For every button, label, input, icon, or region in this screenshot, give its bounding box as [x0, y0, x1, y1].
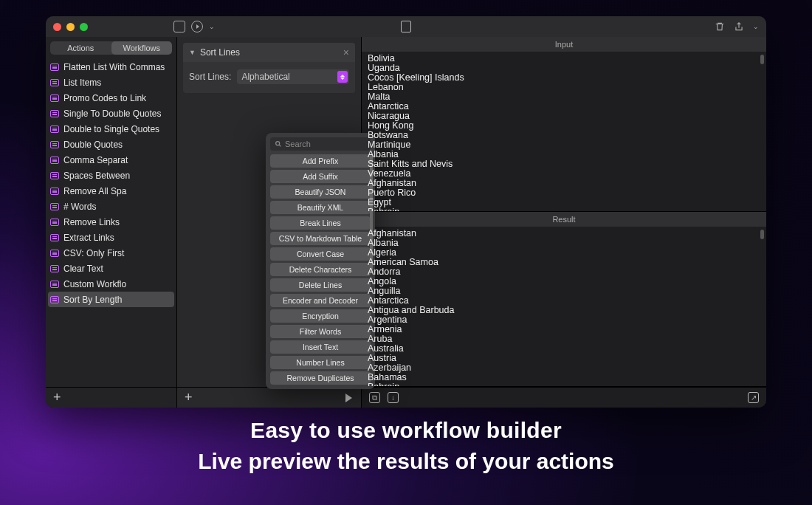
text-line: Antigua and Barbuda [368, 306, 760, 315]
sidebar-item-workflow[interactable]: Double to Single Quotes [46, 121, 176, 137]
workflow-icon [50, 250, 59, 257]
input-text[interactable]: BoliviaUgandaCocos [Keeling] IslandsLeba… [362, 52, 766, 211]
text-line: Saint Kitts and Nevis [368, 159, 760, 169]
action-picker-item[interactable]: Break Lines [270, 216, 371, 230]
disclosure-triangle-icon[interactable]: ▼ [189, 49, 196, 56]
sidebar-item-workflow[interactable]: Remove Links [46, 214, 176, 230]
workflow-icon [50, 281, 59, 288]
chevron-down-icon[interactable]: ⌄ [209, 23, 215, 30]
text-line: American Samoa [368, 258, 760, 267]
workflow-list: Flatten List With CommasList ItemsPromo … [46, 58, 176, 387]
scrollbar[interactable] [760, 230, 764, 239]
sidebar-item-label: Comma Separat [63, 155, 128, 165]
text-line: Bahrain [368, 207, 760, 211]
workflow-icon [50, 79, 59, 86]
sidebar-item-workflow[interactable]: Extract Links [46, 230, 176, 245]
workflow-icon [50, 203, 59, 210]
text-line: Afghanistan [368, 179, 760, 188]
caption-line-2: Live preview the results of your actions [0, 449, 812, 474]
sidebar-item-label: Remove Links [63, 217, 120, 227]
param-label: Sort Lines: [189, 72, 231, 82]
zoom-window-button[interactable] [80, 23, 88, 31]
workflow-editor: ▼ Sort Lines × Sort Lines: Alphabetical … [177, 37, 362, 408]
copy-button[interactable]: ⧉ [369, 392, 380, 403]
text-line: Martinique [368, 140, 760, 150]
sidebar-item-label: List Items [63, 78, 101, 88]
action-picker-item[interactable]: Delete Lines [270, 278, 371, 292]
sidebar-tabs: Actions Workflows [50, 41, 172, 55]
sidebar: Actions Workflows Flatten List With Comm… [46, 37, 177, 408]
workflow-icon [50, 265, 59, 272]
remove-action-button[interactable]: × [343, 47, 349, 58]
action-picker-item[interactable]: Encryption [270, 309, 371, 323]
app-window: ⌄ ⌄ Actions Workflows Flatten List With … [46, 16, 766, 408]
workflow-icon [50, 157, 59, 164]
run-icon[interactable] [191, 21, 203, 32]
scrollbar[interactable] [760, 55, 764, 64]
search-input[interactable]: Search [270, 137, 371, 151]
workflow-icon [50, 110, 59, 117]
search-icon [275, 140, 282, 148]
sidebar-item-label: Double Quotes [63, 140, 123, 150]
action-picker-item[interactable]: Beautify XML [270, 201, 371, 214]
text-line: Armenia [368, 325, 760, 334]
run-workflow-button[interactable] [343, 393, 354, 403]
text-line: Anguilla [368, 286, 760, 296]
action-picker-item[interactable]: Insert Text [270, 340, 371, 354]
action-picker-item[interactable]: Number Lines [270, 356, 371, 369]
action-picker-item[interactable]: Filter Words [270, 325, 371, 338]
action-picker-item[interactable]: Add Suffix [270, 170, 371, 183]
action-picker-item[interactable]: CSV to Markdown Table [270, 232, 371, 245]
add-workflow-button[interactable]: + [53, 390, 61, 405]
text-line: Malta [368, 92, 760, 102]
sidebar-item-workflow[interactable]: Spaces Between [46, 168, 176, 183]
workflow-icon [50, 296, 59, 303]
action-picker-item[interactable]: Encoder and Decoder [270, 294, 371, 307]
text-line: Andorra [368, 267, 760, 277]
sidebar-item-workflow[interactable]: Sort By Length [48, 292, 174, 307]
marketing-caption: Easy to use workflow builder Live previe… [0, 418, 812, 474]
sidebar-item-workflow[interactable]: Remove All Spa [46, 183, 176, 199]
minimize-window-button[interactable] [66, 23, 75, 31]
workflow-icon [50, 234, 59, 241]
window-controls [53, 23, 88, 31]
add-action-button[interactable]: + [185, 390, 193, 405]
sidebar-item-workflow[interactable]: Single To Double Quotes [46, 106, 176, 121]
input-pane: Input BoliviaUgandaCocos [Keeling] Islan… [362, 37, 766, 212]
document-icon[interactable] [401, 21, 411, 32]
expand-button[interactable]: ↗ [748, 392, 759, 403]
sidebar-item-label: Custom Workflo [63, 279, 126, 289]
sidebar-item-workflow[interactable]: CSV: Only First [46, 245, 176, 261]
action-picker-item[interactable]: Convert Case [270, 247, 371, 261]
action-picker-item[interactable]: Remove Duplicates [270, 371, 371, 385]
workflow-icon [50, 188, 59, 195]
sidebar-item-workflow[interactable]: Promo Codes to Link [46, 90, 176, 106]
titlebar: ⌄ ⌄ [46, 16, 766, 37]
sidebar-item-workflow[interactable]: Custom Workflo [46, 276, 176, 292]
workflow-icon [50, 219, 59, 226]
text-line: Bahamas [368, 373, 760, 382]
action-picker-item[interactable]: Delete Characters [270, 263, 371, 276]
action-picker-item[interactable]: Add Prefix [270, 154, 371, 168]
tab-actions[interactable]: Actions [50, 41, 111, 55]
sidebar-item-workflow[interactable]: List Items [46, 75, 176, 90]
sidebar-item-workflow[interactable]: # Words [46, 199, 176, 214]
preview-footer: ⧉ ↓ ↗ [362, 387, 766, 408]
result-pane: Result AfghanistanAlbaniaAlgeriaAmerican… [362, 212, 766, 387]
caption-line-1: Easy to use workflow builder [0, 418, 812, 443]
trash-icon[interactable] [715, 21, 725, 32]
sidebar-item-workflow[interactable]: Clear Text [46, 261, 176, 276]
export-button[interactable]: ↓ [388, 392, 399, 403]
close-window-button[interactable] [53, 23, 61, 31]
share-icon[interactable] [734, 21, 744, 32]
sidebar-item-workflow[interactable]: Double Quotes [46, 137, 176, 152]
sidebar-item-workflow[interactable]: Flatten List With Commas [46, 59, 176, 75]
sidebar-item-workflow[interactable]: Comma Separat [46, 152, 176, 168]
sort-mode-select[interactable]: Alphabetical [237, 69, 349, 84]
workflow-icon [50, 141, 59, 148]
text-line: Cocos [Keeling] Islands [368, 73, 760, 83]
sidebar-toggle-icon[interactable] [173, 21, 185, 32]
tab-workflows[interactable]: Workflows [111, 41, 173, 55]
action-picker-item[interactable]: Beautify JSON [270, 185, 371, 199]
chevron-down-icon[interactable]: ⌄ [753, 23, 759, 30]
